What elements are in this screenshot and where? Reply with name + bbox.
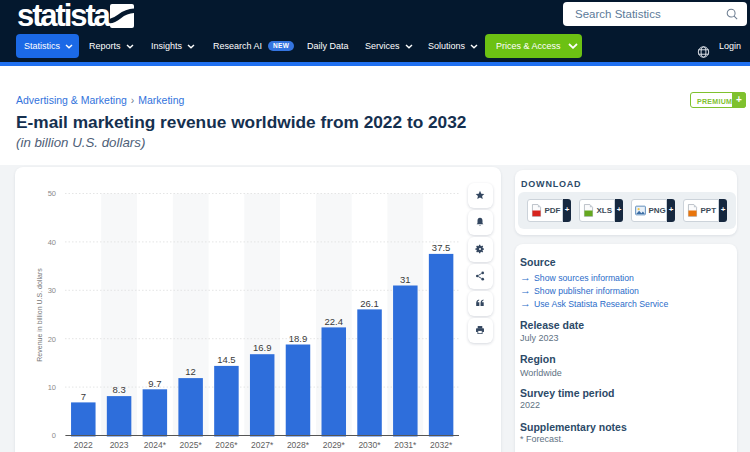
svg-text:7: 7 xyxy=(81,391,86,402)
svg-text:30: 30 xyxy=(48,286,56,295)
svg-text:2029*: 2029* xyxy=(323,440,346,450)
svg-text:26.1: 26.1 xyxy=(360,298,379,309)
svg-text:2022: 2022 xyxy=(74,440,93,450)
svg-text:2025*: 2025* xyxy=(179,440,202,450)
svg-text:2032*: 2032* xyxy=(430,440,453,450)
svg-text:50: 50 xyxy=(48,189,56,198)
svg-text:8.3: 8.3 xyxy=(112,384,125,395)
svg-text:9.7: 9.7 xyxy=(148,378,161,389)
svg-text:10: 10 xyxy=(48,383,56,392)
svg-text:14.5: 14.5 xyxy=(217,354,236,365)
svg-text:20: 20 xyxy=(48,335,56,344)
svg-text:18.9: 18.9 xyxy=(289,333,308,344)
svg-text:Revenue in billion U.S. dollar: Revenue in billion U.S. dollars xyxy=(36,268,43,362)
svg-text:22.4: 22.4 xyxy=(325,316,344,327)
svg-text:12: 12 xyxy=(185,366,196,377)
svg-text:2031*: 2031* xyxy=(394,440,417,450)
svg-text:2028*: 2028* xyxy=(287,440,310,450)
svg-text:2026*: 2026* xyxy=(215,440,238,450)
svg-text:40: 40 xyxy=(48,238,56,247)
svg-text:2024*: 2024* xyxy=(144,440,167,450)
svg-text:2027*: 2027* xyxy=(251,440,274,450)
svg-text:2023: 2023 xyxy=(110,440,129,450)
svg-text:16.9: 16.9 xyxy=(253,342,272,353)
svg-text:31: 31 xyxy=(400,274,411,285)
svg-text:0: 0 xyxy=(52,431,56,440)
svg-text:2030*: 2030* xyxy=(358,440,381,450)
svg-text:37.5: 37.5 xyxy=(432,242,451,253)
